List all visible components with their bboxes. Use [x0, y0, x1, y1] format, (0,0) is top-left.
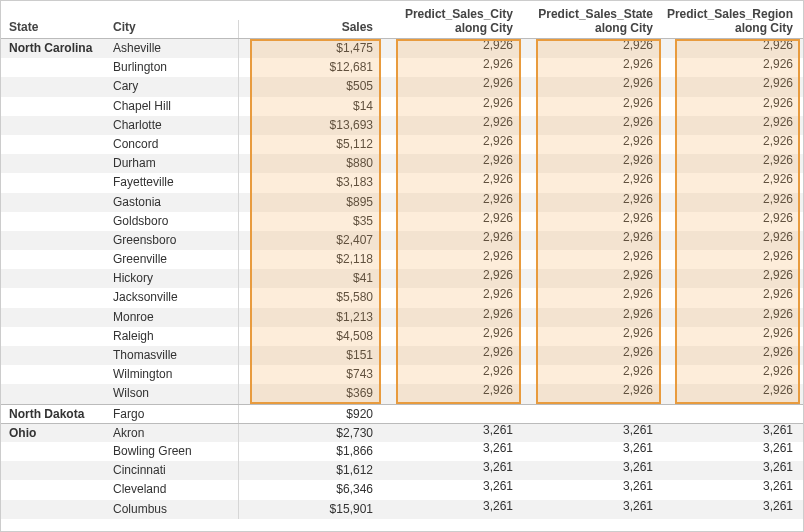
- city-cell: Greenville: [109, 250, 239, 269]
- table-row[interactable]: Hickory$412,9262,9262,926: [1, 269, 803, 288]
- predict-city-cell: 2,926: [383, 250, 523, 269]
- table-row[interactable]: Greensboro$2,4072,9262,9262,926: [1, 231, 803, 250]
- table-row[interactable]: North DakotaFargo$920: [1, 404, 803, 423]
- state-cell: [1, 269, 109, 288]
- header-predict-city[interactable]: Predict_Sales_City along City: [383, 8, 523, 38]
- header-predict-state[interactable]: Predict_Sales_State along City: [523, 8, 663, 38]
- city-cell: Monroe: [109, 308, 239, 327]
- table-row[interactable]: Thomasville$1512,9262,9262,926: [1, 346, 803, 365]
- table-row[interactable]: Gastonia$8952,9262,9262,926: [1, 193, 803, 212]
- predict-city-cell: 3,261: [383, 424, 523, 442]
- predict-state-cell: 2,926: [523, 58, 663, 77]
- state-cell: [1, 116, 109, 135]
- table-row[interactable]: Bowling Green$1,8663,2613,2613,261: [1, 442, 803, 461]
- table-row[interactable]: Chapel Hill$142,9262,9262,926: [1, 97, 803, 116]
- predict-region-cell: 2,926: [663, 212, 803, 231]
- predict-state-cell: 2,926: [523, 288, 663, 307]
- predict-state-cell: 2,926: [523, 231, 663, 250]
- city-cell: Greensboro: [109, 231, 239, 250]
- sales-cell: $12,681: [239, 58, 383, 77]
- header-predict-state-line1: Predict_Sales_State: [523, 8, 653, 22]
- predict-city-cell: 2,926: [383, 231, 523, 250]
- header-predict-city-line1: Predict_Sales_City: [383, 8, 513, 22]
- table-row[interactable]: Charlotte$13,6932,9262,9262,926: [1, 116, 803, 135]
- predict-region-cell: 2,926: [663, 116, 803, 135]
- sales-cell: $6,346: [239, 480, 383, 499]
- state-cell: [1, 384, 109, 403]
- predict-region-cell: 3,261: [663, 461, 803, 480]
- predict-city-cell: 3,261: [383, 500, 523, 519]
- predict-city-cell: 2,926: [383, 308, 523, 327]
- table-row[interactable]: OhioAkron$2,7303,2613,2613,261: [1, 423, 803, 442]
- predict-state-cell: 2,926: [523, 346, 663, 365]
- predict-city-cell: 2,926: [383, 77, 523, 96]
- state-cell: [1, 58, 109, 77]
- predict-state-cell: 2,926: [523, 384, 663, 403]
- table-row[interactable]: North CarolinaAsheville$1,4752,9262,9262…: [1, 39, 803, 58]
- predict-region-cell: 2,926: [663, 77, 803, 96]
- state-cell: [1, 97, 109, 116]
- header-predict-city-line2: along City: [383, 22, 513, 36]
- state-cell: North Dakota: [1, 405, 109, 423]
- table-row[interactable]: Fayetteville$3,1832,9262,9262,926: [1, 173, 803, 192]
- city-cell: Cincinnati: [109, 461, 239, 480]
- sales-cell: $2,407: [239, 231, 383, 250]
- state-cell: [1, 500, 109, 519]
- predict-city-cell: 2,926: [383, 173, 523, 192]
- city-cell: Fargo: [109, 405, 239, 423]
- sales-cell: $895: [239, 193, 383, 212]
- header-predict-region[interactable]: Predict_Sales_Region along City: [663, 8, 803, 38]
- header-state[interactable]: State: [1, 20, 109, 38]
- predict-city-cell: 2,926: [383, 288, 523, 307]
- table-row[interactable]: Wilson$3692,9262,9262,926: [1, 384, 803, 403]
- table-row[interactable]: Raleigh$4,5082,9262,9262,926: [1, 327, 803, 346]
- city-cell: Chapel Hill: [109, 97, 239, 116]
- predict-city-cell: 2,926: [383, 58, 523, 77]
- predict-state-cell: 3,261: [523, 424, 663, 442]
- predict-city-cell: 2,926: [383, 346, 523, 365]
- table-body: North CarolinaAsheville$1,4752,9262,9262…: [1, 39, 803, 519]
- sales-cell: $1,475: [239, 39, 383, 58]
- predict-region-cell: 2,926: [663, 97, 803, 116]
- predict-state-cell: 2,926: [523, 39, 663, 58]
- table-row[interactable]: Durham$8802,9262,9262,926: [1, 154, 803, 173]
- predict-region-cell: 2,926: [663, 173, 803, 192]
- predict-city-cell: 2,926: [383, 193, 523, 212]
- sales-cell: $15,901: [239, 500, 383, 519]
- table-row[interactable]: Concord$5,1122,9262,9262,926: [1, 135, 803, 154]
- sales-cell: $743: [239, 365, 383, 384]
- state-cell: [1, 154, 109, 173]
- city-cell: Bowling Green: [109, 442, 239, 461]
- predict-state-cell: 3,261: [523, 480, 663, 499]
- sales-cell: $2,730: [239, 424, 383, 442]
- predict-city-cell: 3,261: [383, 480, 523, 499]
- city-cell: Cary: [109, 77, 239, 96]
- sales-cell: $369: [239, 384, 383, 403]
- state-cell: [1, 480, 109, 499]
- state-cell: [1, 346, 109, 365]
- table-row[interactable]: Monroe$1,2132,9262,9262,926: [1, 308, 803, 327]
- predict-region-cell: 2,926: [663, 365, 803, 384]
- table-row[interactable]: Wilmington$7432,9262,9262,926: [1, 365, 803, 384]
- city-cell: Burlington: [109, 58, 239, 77]
- table-row[interactable]: Columbus$15,9013,2613,2613,261: [1, 500, 803, 519]
- table-row[interactable]: Goldsboro$352,9262,9262,926: [1, 212, 803, 231]
- predict-state-cell: 3,261: [523, 461, 663, 480]
- sales-cell: $2,118: [239, 250, 383, 269]
- state-cell: [1, 135, 109, 154]
- table-row[interactable]: Burlington$12,6812,9262,9262,926: [1, 58, 803, 77]
- table-row[interactable]: Cincinnati$1,6123,2613,2613,261: [1, 461, 803, 480]
- table-row[interactable]: Jacksonville$5,5802,9262,9262,926: [1, 288, 803, 307]
- predict-state-cell: 2,926: [523, 77, 663, 96]
- sales-cell: $1,866: [239, 442, 383, 461]
- predict-city-cell: 2,926: [383, 116, 523, 135]
- table-row[interactable]: Cleveland$6,3463,2613,2613,261: [1, 480, 803, 499]
- predict-city-cell: 2,926: [383, 212, 523, 231]
- state-cell: [1, 193, 109, 212]
- header-city[interactable]: City: [109, 20, 239, 38]
- header-sales[interactable]: Sales: [239, 20, 383, 38]
- state-cell: [1, 173, 109, 192]
- table-row[interactable]: Greenville$2,1182,9262,9262,926: [1, 250, 803, 269]
- state-cell: [1, 212, 109, 231]
- table-row[interactable]: Cary$5052,9262,9262,926: [1, 77, 803, 96]
